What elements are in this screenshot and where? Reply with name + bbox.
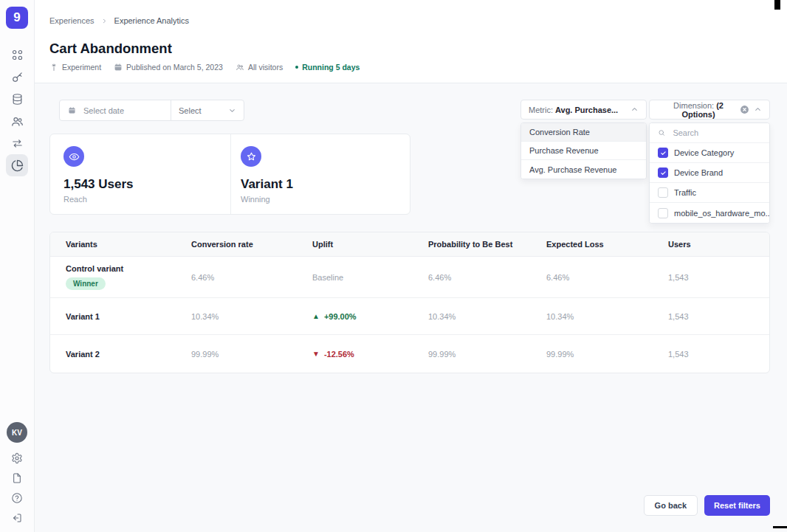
dimension-option-traffic[interactable]: Traffic [650, 183, 769, 203]
page-header: Experiences Experience Analytics Cart Ab… [35, 0, 787, 83]
dimension-search-row [650, 123, 769, 143]
checkbox-unchecked-icon[interactable] [658, 208, 668, 218]
sidebar-item-keys[interactable] [6, 66, 28, 88]
reach-label: Reach [63, 195, 230, 204]
status-dot-icon [295, 66, 298, 69]
calendar-icon [114, 63, 123, 72]
dimension-option-device-brand[interactable]: Device Brand [650, 163, 769, 183]
meta-audience: All visitors [236, 63, 283, 72]
summary-card: 1,543 Users Reach Variant 1 Winning [49, 134, 410, 215]
grid-icon [11, 49, 24, 61]
reset-filters-button[interactable]: Reset filters [704, 495, 770, 516]
metric-option-avg-purchase-revenue[interactable]: Avg. Purchase Revenue [521, 160, 646, 179]
reach-card: 1,543 Users Reach [50, 134, 231, 214]
key-icon [11, 71, 24, 83]
dimension-dropdown: Dimension:(2 Options) De [649, 100, 770, 120]
checkbox-checked-icon[interactable] [658, 167, 668, 178]
eye-icon [69, 151, 80, 162]
app-logo-glyph: 9 [13, 10, 20, 25]
dimension-search-input[interactable] [671, 128, 761, 138]
sidebar-item-audiences[interactable] [6, 110, 28, 132]
uplift-value: ▲ +99.00% [312, 312, 428, 321]
meta-type: Experiment [49, 63, 101, 72]
users-value: 1,543 [668, 350, 769, 359]
screen-artifact [774, 0, 780, 10]
dimension-menu: Device Category Device Brand Traffic [649, 122, 770, 224]
date-input[interactable] [82, 106, 162, 116]
search-icon [658, 128, 665, 137]
date-picker[interactable] [60, 100, 171, 120]
table-row-control-variant: Control variant Winner 6.46% Baseline 6.… [50, 257, 769, 298]
sidebar-bottom: KV [7, 422, 27, 528]
eye-icon-circle [63, 146, 84, 167]
column-probability: Probability to Be Best [428, 240, 546, 249]
page-meta: Experiment Published on March 5, 2023 Al… [49, 63, 770, 83]
metric-dropdown-button[interactable]: Metric:Avg. Purchase... [520, 100, 647, 120]
sidebar-item-logout[interactable] [7, 508, 27, 528]
star-icon [246, 151, 257, 162]
expected-loss-value: 99.99% [546, 350, 668, 359]
metric-option-purchase-revenue[interactable]: Purchase Revenue [521, 142, 646, 160]
metric-option-conversion-rate[interactable]: Conversion Rate [521, 123, 646, 142]
breadcrumb: Experiences Experience Analytics [49, 16, 770, 25]
expected-loss-value: 10.34% [546, 312, 668, 321]
metric-dropdown: Metric:Avg. Purchase... Conversion Rate … [520, 100, 647, 120]
probability-value: 6.46% [428, 273, 546, 282]
users-value: 1,543 [668, 312, 769, 321]
main-area: Experiences Experience Analytics Cart Ab… [35, 0, 787, 532]
reach-value: 1,543 Users [63, 177, 230, 192]
footer-actions: Go back Reset filters [644, 495, 770, 516]
table-header: Variants Conversion rate Uplift Probabil… [50, 232, 769, 257]
content-area: Select Metric:Avg. Purchase... Conversio… [35, 83, 787, 532]
select-dropdown[interactable]: Select [171, 100, 244, 120]
winning-variant-card: Variant 1 Winning [231, 134, 410, 214]
sidebar-item-docs[interactable] [7, 468, 27, 488]
sidebar: 9 KV [0, 0, 35, 532]
variant-name: Control variant [66, 264, 123, 273]
column-expected-loss: Expected Loss [546, 240, 668, 249]
breadcrumb-experiences[interactable]: Experiences [49, 16, 94, 25]
page-title: Cart Abandonment [49, 41, 770, 57]
sidebar-item-settings[interactable] [7, 448, 27, 468]
dimension-option-device-category[interactable]: Device Category [650, 143, 769, 163]
chevron-up-icon [630, 106, 639, 114]
help-icon [11, 492, 23, 504]
meta-published: Published on March 5, 2023 [114, 63, 223, 72]
checkbox-checked-icon[interactable] [658, 148, 668, 158]
dimension-option-mobile-os-hardware[interactable]: mobile_os_hardware_mo... [650, 203, 769, 223]
sidebar-nav [6, 44, 28, 176]
sidebar-item-data[interactable] [6, 88, 28, 110]
conversion-rate-value: 6.46% [191, 273, 312, 282]
screen-artifact [773, 526, 787, 528]
transfer-arrows-icon [11, 137, 24, 150]
pie-chart-icon [11, 159, 24, 172]
sidebar-item-help[interactable] [7, 488, 27, 508]
table-row-variant-1: Variant 1 10.34% ▲ +99.00% 10.34% 10.34%… [50, 298, 769, 335]
app-logo[interactable]: 9 [6, 7, 28, 29]
uplift-value: Baseline [312, 273, 428, 282]
breadcrumb-experience-analytics[interactable]: Experience Analytics [114, 16, 190, 25]
clear-icon[interactable] [740, 105, 749, 114]
star-icon-circle [241, 146, 261, 167]
checkbox-unchecked-icon[interactable] [658, 187, 668, 198]
user-avatar[interactable]: KV [7, 422, 27, 443]
sidebar-item-integrations[interactable] [6, 132, 28, 154]
conversion-rate-value: 10.34% [191, 312, 312, 321]
uplift-value: ▼ -12.56% [312, 350, 428, 359]
document-icon [11, 472, 23, 484]
expected-loss-value: 6.46% [546, 273, 668, 282]
sidebar-item-dashboard[interactable] [6, 44, 28, 66]
metric-menu: Conversion Rate Purchase Revenue Avg. Pu… [520, 122, 647, 179]
go-back-button[interactable]: Go back [644, 495, 698, 516]
sidebar-item-analytics[interactable] [6, 154, 28, 176]
dimension-label: Dimension: [673, 101, 714, 110]
probability-value: 10.34% [428, 312, 546, 321]
chevron-up-icon [754, 106, 762, 114]
column-users: Users [668, 240, 769, 249]
gear-icon [11, 452, 23, 464]
dimension-dropdown-button[interactable]: Dimension:(2 Options) [649, 100, 770, 120]
metric-label: Metric: [529, 106, 553, 114]
column-uplift: Uplift [312, 240, 428, 249]
visitors-icon [236, 63, 244, 72]
database-icon [11, 93, 24, 106]
